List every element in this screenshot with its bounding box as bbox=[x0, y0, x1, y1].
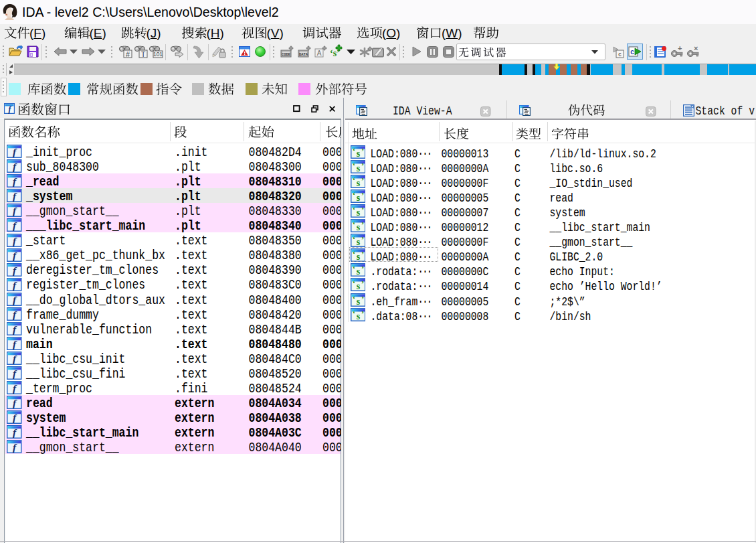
svg-text:s: s bbox=[356, 237, 360, 247]
svg-text:101: 101 bbox=[153, 51, 163, 58]
svg-text:’: ’ bbox=[361, 161, 364, 171]
svg-text:s: s bbox=[356, 281, 360, 291]
svg-text:’: ’ bbox=[361, 279, 364, 289]
svg-text:’: ’ bbox=[361, 294, 364, 303]
svg-text:#: # bbox=[126, 50, 130, 58]
svg-text:s: s bbox=[356, 208, 360, 218]
svg-text:’: ’ bbox=[361, 264, 364, 274]
svg-text:’: ’ bbox=[361, 220, 364, 230]
svg-text:c: c bbox=[618, 51, 622, 58]
svg-text:s: s bbox=[356, 193, 360, 203]
svg-text:A: A bbox=[317, 50, 322, 57]
svg-text:s: s bbox=[356, 297, 360, 307]
svg-text:s: s bbox=[356, 222, 360, 232]
svg-text:‘: ‘ bbox=[353, 147, 355, 156]
svg-text:CODE: CODE bbox=[282, 52, 291, 57]
svg-text:‘: ‘ bbox=[353, 279, 355, 289]
svg-text:‘: ‘ bbox=[353, 191, 355, 200]
svg-text:‘: ‘ bbox=[353, 161, 355, 171]
svg-text:‘: ‘ bbox=[353, 294, 355, 303]
svg-text:’: ’ bbox=[361, 147, 364, 156]
svg-text:s: s bbox=[356, 149, 360, 159]
svg-text:‘: ‘ bbox=[353, 206, 355, 215]
svg-text:s: s bbox=[356, 178, 360, 188]
svg-text:DATA: DATA bbox=[299, 52, 308, 57]
svg-text:c: c bbox=[630, 48, 634, 56]
svg-text:‘: ‘ bbox=[353, 176, 355, 185]
svg-text:’: ’ bbox=[361, 235, 364, 244]
svg-text:’: ’ bbox=[361, 176, 364, 185]
svg-text:’: ’ bbox=[361, 191, 364, 200]
svg-text:s: s bbox=[356, 311, 360, 321]
svg-text:T: T bbox=[141, 50, 146, 58]
svg-text:s: s bbox=[356, 266, 360, 277]
svg-text:’: ’ bbox=[361, 206, 364, 215]
svg-text:’: ’ bbox=[361, 309, 364, 318]
svg-text:s: s bbox=[356, 163, 360, 173]
svg-text:‘: ‘ bbox=[353, 309, 355, 318]
svg-text:+: + bbox=[678, 45, 682, 52]
svg-text:‘: ‘ bbox=[353, 235, 355, 244]
svg-text:‘: ‘ bbox=[353, 220, 355, 230]
svg-text:‘: ‘ bbox=[353, 264, 355, 274]
svg-text:×: × bbox=[694, 45, 698, 52]
